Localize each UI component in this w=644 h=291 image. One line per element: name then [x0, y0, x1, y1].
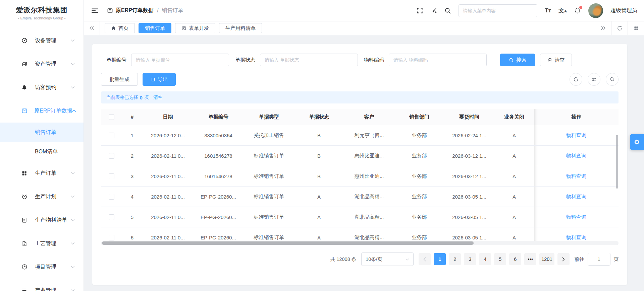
tabs-scroll-left-icon[interactable]	[84, 21, 100, 35]
search-button[interactable]: 搜索	[500, 54, 535, 66]
page-button-3[interactable]: 3	[464, 253, 476, 265]
sidebar-menu: 设备管理 资产管理 访客预约 原E	[0, 29, 84, 291]
order-no-input[interactable]	[131, 54, 229, 66]
col-business-closed: 业务关闭	[494, 109, 534, 125]
menu-search-input[interactable]	[459, 4, 537, 17]
search-icon[interactable]	[444, 7, 451, 14]
page-size-select[interactable]: 10条/页	[361, 252, 414, 266]
material-query-link[interactable]: 物料查询	[566, 234, 586, 241]
company-logo: 爱派尔科技集团 - EmpirE Technology Group -	[0, 0, 84, 20]
export-button[interactable]: 导出	[143, 73, 176, 86]
tabbar: 首页 销售订单 表单开发 生产用料清单	[84, 21, 644, 35]
cell-customer: 惠州比亚迪...	[344, 166, 394, 186]
notification-bell-icon[interactable]	[574, 7, 581, 14]
goto-page-input[interactable]	[588, 253, 610, 266]
tab-form-dev[interactable]: 表单开发	[175, 23, 215, 33]
page-button-5[interactable]: 5	[494, 253, 506, 265]
language-icon[interactable]: 文A	[558, 7, 567, 14]
tab-home[interactable]: 首页	[105, 23, 135, 33]
sidebar-item-production-orders[interactable]: 生产订单	[0, 161, 84, 185]
page-button-2[interactable]: 2	[449, 253, 461, 265]
row-checkbox[interactable]	[109, 153, 114, 159]
cell-order-no: EP-PG-20260...	[193, 227, 244, 241]
last-page-button[interactable]: 1201	[539, 253, 554, 265]
chevron-down-icon	[71, 266, 75, 268]
sidebar-item-production-plan[interactable]: 生产计划	[0, 185, 84, 208]
filter-order-status: 单据状态	[235, 54, 358, 66]
export-icon	[151, 77, 156, 82]
chevron-down-icon	[71, 63, 75, 65]
book-icon	[107, 8, 113, 14]
row-checkbox[interactable]	[109, 194, 114, 200]
sidebar-item-label: 原ERP订单数据	[34, 107, 72, 115]
layout-grid-icon[interactable]	[628, 21, 644, 35]
sidebar-subitem-sales-orders[interactable]: 销售订单	[0, 123, 84, 142]
row-checkbox[interactable]	[109, 173, 114, 179]
theme-settings-button[interactable]: ⚙	[630, 134, 644, 150]
page-button-6[interactable]: 6	[509, 253, 521, 265]
material-query-link[interactable]: 物料查询	[566, 214, 586, 220]
vertical-scrollbar-thumb[interactable]	[616, 135, 618, 189]
sidebar-item-label: 设备管理	[35, 37, 71, 44]
sidebar-item-asset-management[interactable]: 资产管理	[0, 52, 84, 76]
batch-generate-button[interactable]: 批量生成	[101, 73, 138, 86]
select-all-checkbox[interactable]	[109, 114, 114, 120]
sidebar-item-device-management[interactable]: 设备管理	[0, 29, 84, 52]
horizontal-scrollbar	[101, 241, 619, 245]
tab-sales-orders[interactable]: 销售订单	[139, 23, 171, 33]
sidebar-subitem-bom-list[interactable]: BOM清单	[0, 142, 84, 161]
goto-label: 前往	[575, 256, 584, 263]
cell-order-type: 标准销售订单	[244, 207, 294, 227]
row-checkbox[interactable]	[109, 235, 114, 240]
more-pages-button[interactable]: •••	[524, 253, 536, 265]
material-query-link[interactable]: 物料查询	[566, 194, 586, 200]
clear-button[interactable]: 清空	[540, 54, 572, 66]
breadcrumb-separator: /	[157, 8, 158, 14]
material-query-link[interactable]: 物料查询	[566, 173, 586, 179]
horizontal-scrollbar-thumb[interactable]	[102, 241, 474, 245]
refresh-icon[interactable]	[570, 73, 582, 86]
row-checkbox[interactable]	[109, 133, 114, 138]
sidebar-collapse-icon[interactable]	[92, 8, 98, 13]
material-query-link[interactable]: 物料查询	[566, 153, 586, 159]
row-checkbox[interactable]	[109, 214, 114, 220]
col-order-status: 单据状态	[294, 109, 344, 125]
sidebar-item-industry-management[interactable]: 产业管理	[0, 279, 84, 291]
filter-order-no: 单据编号	[106, 54, 229, 66]
clean-icon[interactable]	[430, 7, 437, 14]
cell-date: 2026-02-11 0...	[143, 166, 193, 186]
cell-order-type: 标准销售订单	[244, 166, 294, 186]
fullscreen-icon[interactable]	[417, 7, 423, 14]
font-size-icon[interactable]: Tт	[545, 7, 551, 14]
prev-page-button[interactable]	[419, 253, 431, 265]
column-settings-icon[interactable]	[588, 73, 600, 86]
compass-icon	[21, 264, 28, 270]
table-tools	[570, 73, 619, 86]
total-count: 共 12008 条	[330, 256, 356, 263]
next-page-button[interactable]	[557, 253, 570, 265]
page-button-1[interactable]: 1	[434, 253, 446, 265]
tabs: 首页 销售订单 表单开发 生产用料清单	[100, 21, 595, 35]
sidebar-item-production-material-list[interactable]: 生产物料清单	[0, 208, 84, 232]
sidebar-item-erp-order-data[interactable]: 原ERP订单数据	[0, 99, 84, 123]
refresh-icon[interactable]	[611, 21, 628, 35]
order-status-input[interactable]	[260, 54, 358, 66]
table-header: # 日期 单据编号 单据类型 单据状态 客户 销售部门 要货时间 业务关闭 操作	[101, 109, 619, 125]
tabs-scroll-right-icon[interactable]	[595, 21, 611, 35]
selection-clear-link[interactable]: 清空	[153, 94, 162, 100]
sidebar-item-process-management[interactable]: 工艺管理	[0, 232, 84, 255]
search-icon[interactable]	[606, 73, 619, 86]
sidebar-item-project-management[interactable]: 项目管理	[0, 255, 84, 279]
cell-order-no: 1601546278	[193, 146, 244, 166]
sidebar-item-visitor-booking[interactable]: 访客预约	[0, 76, 84, 99]
material-query-link[interactable]: 物料查询	[566, 132, 586, 139]
sidebar-subitem-label: 销售订单	[35, 129, 56, 136]
cell-index: 1	[122, 125, 143, 145]
selection-bar: 当前表格已选择 0 项 清空	[101, 91, 619, 103]
gear-icon: ⚙	[634, 138, 640, 146]
tab-production-material[interactable]: 生产用料清单	[219, 23, 262, 33]
page-button-4[interactable]: 4	[479, 253, 491, 265]
material-code-input[interactable]	[389, 54, 487, 66]
username[interactable]: 超级管理员	[610, 7, 637, 14]
avatar[interactable]	[588, 3, 603, 18]
